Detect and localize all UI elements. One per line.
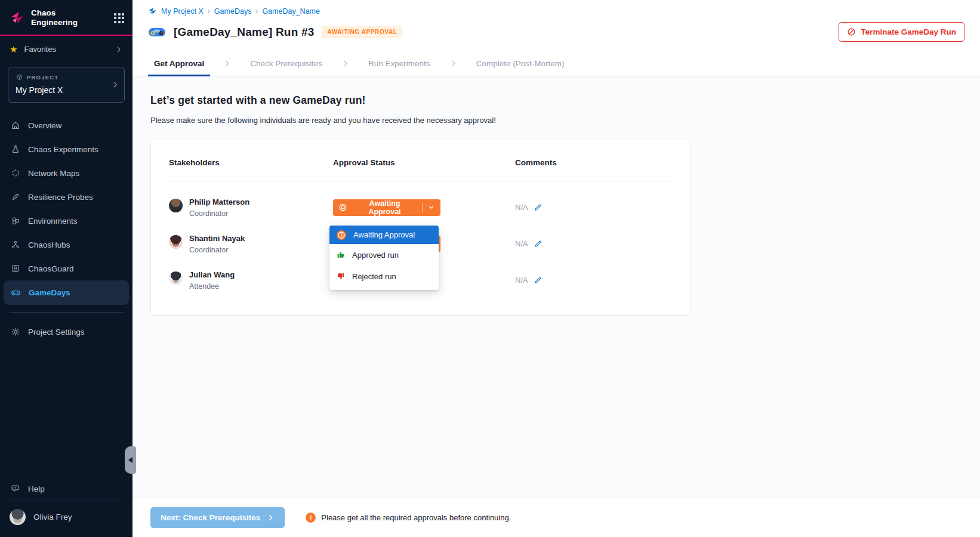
tab-run-experiments[interactable]: Run Experiments <box>362 51 436 76</box>
sidebar-item-overview[interactable]: Overview <box>0 113 132 137</box>
approval-status-dropdown-button[interactable]: Awaiting Approval <box>333 199 440 216</box>
breadcrumb: My Project X › GameDays › GameDay_Name <box>148 7 964 16</box>
lock-icon <box>11 264 20 273</box>
star-icon: ★ <box>10 45 17 54</box>
sidebar-nav: Overview Chaos Experiments Network Maps … <box>0 113 132 305</box>
edit-comment-pencil-icon[interactable] <box>534 203 543 212</box>
sidebar: Chaos Engineering ★ Favorites PROJECT My… <box>0 0 132 537</box>
flask-icon <box>11 144 20 154</box>
page-title: [GameDay_Name] Run #3 <box>174 26 314 39</box>
gear-icon <box>11 327 20 337</box>
gamepad-title-icon <box>148 26 166 39</box>
chaos-logo-small-icon <box>148 7 157 16</box>
probe-icon <box>11 192 20 202</box>
run-stepper: Get Approval Check Prerequisites Run Exp… <box>132 51 980 76</box>
environments-icon <box>11 216 20 226</box>
next-check-prerequisites-button[interactable]: Next: Check Prerequisites <box>150 507 285 528</box>
chevron-right-icon <box>449 59 458 68</box>
content-area: Let’s get started with a new GameDay run… <box>132 76 980 498</box>
approval-status-menu: Awaiting Approval Approved run Rejected … <box>329 226 439 290</box>
menu-item-approved-run[interactable]: Approved run <box>329 244 439 266</box>
awaiting-clock-icon <box>338 203 347 212</box>
chevron-down-icon <box>427 203 435 211</box>
stakeholder-name: Julian Wang <box>189 270 235 279</box>
user-name: Olivia Frey <box>33 513 72 521</box>
avatar <box>169 271 183 285</box>
breadcrumb-gameday-name-link[interactable]: GameDay_Name <box>262 7 320 16</box>
ban-icon <box>847 27 856 36</box>
chevron-right-icon <box>115 45 123 54</box>
terminate-gameday-button[interactable]: Terminate GameDay Run <box>839 22 964 42</box>
favorites-label: Favorites <box>24 45 56 54</box>
divider <box>10 312 123 313</box>
thumbs-down-icon <box>336 271 346 281</box>
sidebar-item-resilience-probes[interactable]: Resilience Probes <box>0 185 132 209</box>
divider <box>169 181 673 181</box>
help-chat-icon: ? <box>11 484 20 493</box>
stakeholders-card: Stakeholders Approval Status Comments Ph… <box>150 140 691 316</box>
sidebar-item-chaosguard[interactable]: ChaosGuard <box>0 257 132 280</box>
edit-comment-pencil-icon[interactable] <box>534 239 543 248</box>
breadcrumb-gamedays-link[interactable]: GameDays <box>214 7 252 16</box>
sidebar-item-favorites[interactable]: ★ Favorites <box>0 36 132 63</box>
chaos-logo-icon <box>10 10 25 26</box>
breadcrumb-project-link[interactable]: My Project X <box>161 7 204 16</box>
sidebar-item-chaos-experiments[interactable]: Chaos Experiments <box>0 137 132 161</box>
page-header: My Project X › GameDays › GameDay_Name [… <box>132 0 980 51</box>
sidebar-item-help[interactable]: ? Help <box>0 477 132 501</box>
stakeholder-role: Coordinator <box>189 246 245 254</box>
tab-check-prerequisites[interactable]: Check Prerequisites <box>244 51 328 76</box>
sidebar-item-network-maps[interactable]: Network Maps <box>0 161 132 185</box>
column-header-stakeholders: Stakeholders <box>169 158 333 167</box>
divider <box>422 203 423 212</box>
footer-action-bar: Next: Check Prerequisites ! Please get a… <box>132 498 980 537</box>
tab-get-approval[interactable]: Get Approval <box>148 51 210 76</box>
thumbs-up-icon <box>336 250 346 260</box>
tab-complete-post-mortem[interactable]: Complete (Post-Mortem) <box>470 51 571 76</box>
network-map-icon <box>11 168 20 178</box>
chevron-right-icon <box>223 59 232 68</box>
collapse-left-icon <box>128 457 132 463</box>
project-selector[interactable]: PROJECT My Project X <box>8 67 125 103</box>
stakeholder-name: Philip Matterson <box>189 197 249 206</box>
user-menu[interactable]: Olivia Frey <box>0 501 132 537</box>
svg-text:?: ? <box>14 486 17 490</box>
menu-item-awaiting-approval[interactable]: Awaiting Approval <box>329 226 439 244</box>
brand-name: Chaos Engineering <box>31 8 78 27</box>
approvals-warning: ! Please get all the required approvals … <box>306 513 511 523</box>
edit-comment-pencil-icon[interactable] <box>534 276 543 285</box>
comment-value: N/A <box>515 276 528 285</box>
gamepad-icon <box>11 288 21 298</box>
app-switcher-grid-icon[interactable] <box>114 13 124 23</box>
user-avatar <box>10 509 26 525</box>
stakeholder-role: Coordinator <box>189 209 249 218</box>
chevron-right-icon <box>341 59 350 68</box>
project-name: My Project X <box>16 85 117 95</box>
table-row: Philip Matterson Coordinator Awaiting Ap… <box>169 189 673 226</box>
cube-icon <box>16 73 23 81</box>
hub-icon <box>11 240 20 249</box>
sidebar-item-chaoshubs[interactable]: ChaosHubs <box>0 233 132 257</box>
content-heading: Let’s get started with a new GameDay run… <box>150 94 962 107</box>
chevron-right-icon: › <box>255 7 258 16</box>
chevron-right-icon <box>267 514 275 521</box>
warning-icon: ! <box>306 513 316 523</box>
column-header-comments: Comments <box>515 158 673 167</box>
avatar <box>169 235 183 249</box>
awaiting-clock-icon <box>336 230 347 240</box>
avatar <box>169 199 183 212</box>
status-badge: AWAITING APPROVAL <box>322 26 402 38</box>
column-header-approval-status: Approval Status <box>333 158 515 167</box>
sidebar-item-gamedays[interactable]: GameDays <box>4 280 129 305</box>
sidebar-item-project-settings[interactable]: Project Settings <box>0 320 132 344</box>
comment-value: N/A <box>515 203 528 212</box>
content-subheading: Please make sure the following individua… <box>150 116 962 125</box>
home-icon <box>11 121 20 130</box>
chevron-right-icon <box>111 81 119 89</box>
comment-value: N/A <box>515 239 528 248</box>
menu-item-rejected-run[interactable]: Rejected run <box>329 266 439 287</box>
sidebar-collapse-handle[interactable] <box>125 446 136 474</box>
main-area: My Project X › GameDays › GameDay_Name [… <box>132 0 980 537</box>
sidebar-item-environments[interactable]: Environments <box>0 209 132 233</box>
warning-text: Please get all the required approvals be… <box>321 513 511 522</box>
